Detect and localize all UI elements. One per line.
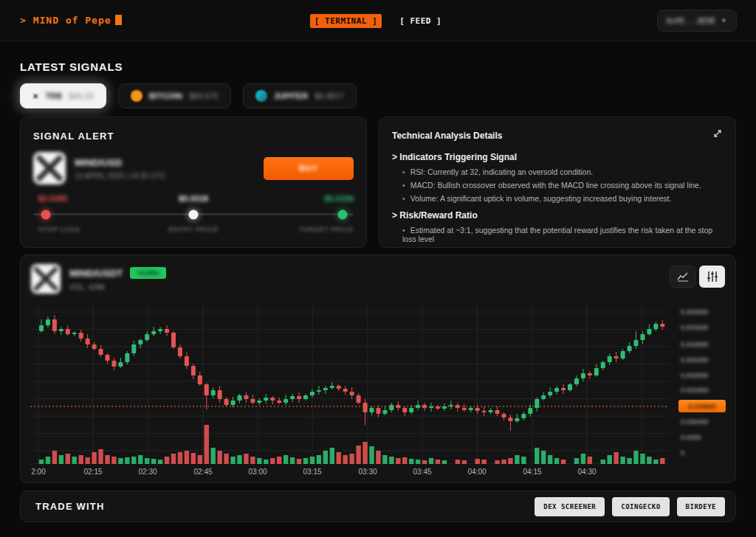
candle (469, 408, 473, 410)
candle (198, 375, 202, 384)
chart-pair: MIND/USDT (69, 268, 123, 279)
buy-button[interactable]: BUY (264, 157, 354, 180)
price-tick-label: 0.032800 (681, 341, 709, 348)
volume-bar (574, 458, 579, 464)
signal-token-meta: MIND/USD 13 APRIL 2025 | 14:35 UTC (75, 157, 165, 180)
volume-bar (125, 457, 129, 464)
volume-bar (79, 455, 83, 464)
volume-bar (548, 455, 552, 464)
candle (224, 399, 229, 405)
candlestick-chart[interactable] (30, 305, 669, 464)
candle (231, 401, 236, 405)
volume-bar (481, 460, 486, 464)
volume-bar (72, 457, 77, 464)
ta-bullet-list: Estimated at ~3:1, suggesting that the p… (402, 224, 725, 246)
dex-screener-button[interactable]: DEX SCREENER (535, 497, 605, 516)
candle (92, 344, 97, 349)
candle (475, 408, 480, 411)
volume-bar (462, 460, 467, 464)
tab-terminal[interactable]: [ TERMINAL ] (310, 14, 382, 28)
volume-bar (614, 452, 618, 464)
candle (588, 373, 592, 375)
candle (284, 399, 288, 403)
token-logo-icon (33, 152, 66, 184)
volume-bar (581, 454, 585, 464)
target-price-label: TARGET PRICE (299, 225, 354, 233)
time-tick-label: 04:30 (577, 468, 596, 476)
candle (502, 414, 506, 418)
candle (601, 362, 605, 368)
candle (46, 319, 50, 325)
time-tick-label: 2:00 (31, 468, 45, 476)
volume-bar (198, 455, 202, 464)
time-tick-label: 03:00 (248, 468, 267, 476)
price-tick-label: 0.032000 (681, 372, 709, 379)
volume-bar (85, 457, 89, 464)
price-range-slider: $0.0285 $0.0318 $0.0336 STOP LOSS ENTRY … (33, 194, 354, 240)
tab-feed[interactable]: [ FEED ] (395, 14, 446, 28)
ta-bullet-list: RSI: Currently at 32, indicating an over… (402, 165, 725, 205)
volume-bar (303, 458, 308, 464)
volume-bar (330, 448, 334, 464)
volume-bar (317, 455, 321, 464)
candle (382, 410, 387, 414)
candle (66, 329, 70, 334)
candle (350, 392, 354, 395)
volume-bar (601, 460, 605, 464)
entry-price-handle[interactable] (189, 209, 199, 219)
candlestick-toggle-button[interactable] (699, 266, 725, 288)
wallet-address: 0xPE...8E9E (667, 17, 715, 25)
volume-bar (456, 460, 460, 464)
candle (72, 333, 77, 334)
volume-bar (211, 448, 216, 464)
candle (211, 390, 216, 395)
line-chart-toggle-button[interactable] (670, 266, 695, 288)
candle (363, 403, 368, 412)
candle (151, 331, 156, 334)
token-pill-bitcoin[interactable]: BITCOIN$84,570 (118, 83, 231, 108)
candle (39, 325, 44, 331)
birdeye-button[interactable]: BIRDEYE (677, 497, 725, 516)
volume-bar (191, 453, 196, 464)
candle (218, 390, 222, 399)
candle (264, 398, 268, 401)
token-pill-jupiter[interactable]: JUPITER$0.4817 (243, 83, 357, 108)
volume-bar (660, 458, 664, 464)
candle (554, 388, 559, 392)
volume-bar (382, 455, 387, 464)
chart-token-logo-icon (31, 264, 61, 294)
expand-icon[interactable] (712, 128, 725, 141)
candle (171, 333, 176, 347)
volume-bar (158, 460, 162, 464)
volume-bar (561, 460, 566, 464)
stop-loss-handle[interactable] (41, 209, 51, 219)
wallet-button[interactable]: 0xPE...8E9E ▼ (657, 10, 737, 32)
candle (337, 386, 341, 389)
candle (79, 333, 83, 339)
volume-bar (171, 454, 176, 464)
target-price-handle[interactable] (337, 209, 347, 219)
pill-token-price: $84,570 (189, 91, 219, 100)
close-icon[interactable]: ✕ (32, 92, 38, 100)
volume-bar (554, 458, 559, 464)
candle (574, 378, 579, 384)
volume-bar (165, 457, 169, 464)
price-tick-label: 0.033200 (681, 324, 709, 331)
candle (521, 414, 526, 418)
candle (244, 395, 248, 399)
chart-header: MIND/USDT +4.25% VOL: 428K (31, 264, 725, 297)
token-pill-trb[interactable]: ✕TRB$45.03 (20, 83, 106, 108)
entry-price-label: ENTRY PRICE (168, 225, 219, 233)
signal-datetime: 13 APRIL 2025 | 14:35 UTC (75, 172, 165, 180)
volume-bar (92, 452, 96, 464)
volume-bar (495, 460, 499, 464)
candle (581, 373, 585, 378)
volume-bar (66, 454, 70, 464)
candle (660, 324, 664, 327)
coingecko-button[interactable]: COINGECKO (612, 497, 669, 516)
pill-token-name: BITCOIN (149, 91, 182, 100)
candle (402, 408, 407, 412)
candle (568, 384, 572, 390)
pill-token-price: $45.03 (69, 91, 94, 100)
volume-bar (436, 460, 440, 464)
